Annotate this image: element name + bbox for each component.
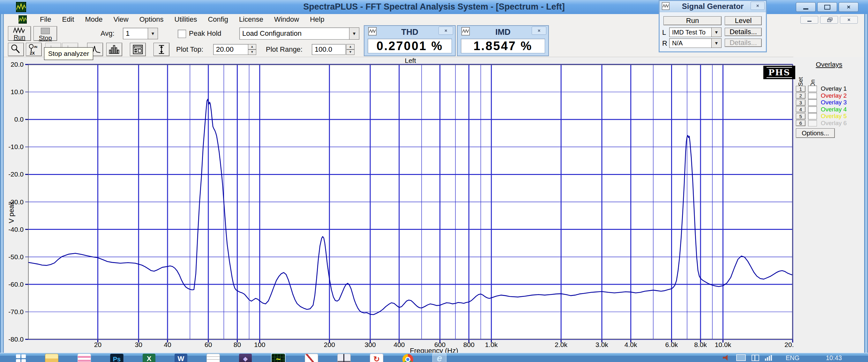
chevron-down-icon[interactable]: ▼ (711, 38, 721, 48)
thd-value: 0.27001 % (368, 39, 452, 53)
stop-analyzer-tooltip: Stop analyzer (44, 47, 93, 60)
bar-display-icon[interactable] (106, 43, 122, 56)
explorer-icon[interactable] (45, 354, 58, 362)
menu-item-mode[interactable]: Mode (80, 15, 108, 23)
menu-item-utilities[interactable]: Utilities (169, 15, 203, 23)
spectrum-plot[interactable] (28, 64, 793, 339)
left-details-button[interactable]: Details... (725, 28, 762, 36)
zoom-in-2x-icon[interactable]: IN2X (26, 43, 42, 56)
sine-icon (13, 27, 26, 34)
menu-item-edit[interactable]: Edit (57, 15, 80, 23)
menu-item-license[interactable]: License (234, 15, 269, 23)
x-tick-100: 100 (254, 341, 265, 349)
overlay-row-3: 3Overlay 3 (793, 99, 865, 105)
overlay-on-checkbox-4[interactable] (808, 106, 817, 113)
y-tick--80.0: -80.0 (8, 335, 24, 343)
left-channel-label: L (662, 28, 666, 37)
svg-text:2X: 2X (30, 51, 35, 55)
photoshop-icon[interactable]: Ps (110, 354, 124, 362)
y-tick-10.0: 10.0 (10, 88, 24, 96)
maximize-button[interactable] (817, 2, 837, 12)
plot-range-spinner[interactable]: ▲▼ (346, 44, 354, 55)
x-tick-20: 20 (94, 341, 101, 349)
y-tick--60.0: -60.0 (8, 280, 24, 288)
overlay-label-4: Overlay 4 (821, 106, 847, 113)
chrome-icon[interactable] (402, 354, 413, 362)
left-signal-combobox[interactable]: IMD Test To▼ (669, 28, 721, 37)
cakewalk-icon[interactable]: ◆ (239, 354, 252, 362)
right-signal-combobox[interactable]: N/A▼ (669, 39, 721, 48)
minimize-button[interactable] (796, 2, 816, 12)
channel-header: Left (28, 57, 793, 64)
notepad-icon[interactable] (207, 354, 220, 362)
menu-item-view[interactable]: View (108, 15, 134, 23)
usb-icon[interactable] (751, 355, 759, 361)
signal-generator-close-button[interactable] (750, 2, 765, 10)
overlay-set-button-5[interactable]: 5 (796, 113, 805, 119)
network-icon[interactable] (765, 355, 772, 361)
plot-top-input[interactable]: 20.00 (213, 44, 248, 55)
overlay-on-checkbox-5[interactable] (808, 113, 817, 119)
overlay-on-checkbox-2[interactable] (808, 93, 817, 99)
imd-close-button[interactable] (532, 27, 546, 35)
menu-item-help[interactable]: Help (304, 15, 330, 23)
x-tick-10.0k: 10.0k (715, 341, 731, 349)
zoom-icon[interactable] (8, 43, 24, 56)
media-player-icon[interactable] (78, 354, 91, 362)
overlay-set-button-1[interactable]: 1 (796, 86, 805, 92)
x-tick-4.0k: 4.0k (624, 341, 637, 349)
overlay-on-checkbox-6[interactable] (808, 120, 817, 126)
start-button[interactable] (0, 354, 26, 362)
overlay-on-checkbox-1[interactable] (808, 86, 817, 92)
menu-item-options[interactable]: Options (134, 15, 169, 23)
generator-run-button[interactable]: Run (663, 16, 721, 25)
clock[interactable]: 10:43 (826, 354, 842, 362)
x-tick-300: 300 (365, 341, 376, 349)
ie-icon[interactable]: e (432, 353, 446, 362)
peak-hold-checkbox[interactable] (178, 30, 186, 38)
signal-generator-titlebar[interactable]: Signal Generator (660, 1, 766, 12)
overlay-on-checkbox-3[interactable] (808, 99, 817, 105)
thd-close-button[interactable] (438, 27, 453, 35)
y-tick-20.0: 20.0 (10, 61, 24, 68)
word-icon[interactable]: W (175, 354, 187, 362)
excel-icon[interactable]: X (143, 354, 155, 362)
avg-label: Avg: (100, 29, 115, 38)
close-button[interactable] (839, 2, 859, 12)
overlay-set-button-6[interactable]: 6 (796, 120, 805, 126)
overlays-options-button[interactable]: Options... (796, 128, 835, 138)
spectraplus-icon[interactable]: ~ (271, 353, 286, 362)
spectraplus-window: SpectraPLUS - FFT Spectral Analysis Syst… (0, 0, 868, 362)
amplitude-scale-icon[interactable] (154, 43, 169, 56)
child-restore-button[interactable] (820, 16, 838, 24)
menu-item-window[interactable]: Window (269, 15, 304, 23)
display-options-icon[interactable] (130, 43, 146, 56)
menu-item-config[interactable]: Config (202, 15, 234, 23)
downloader-icon[interactable]: ↻ (370, 354, 383, 362)
display-icon[interactable] (736, 354, 746, 361)
analyzer-icon[interactable] (305, 354, 318, 362)
configuration-combobox[interactable]: Load Configuration▼ (239, 28, 359, 39)
overlay-set-button-2[interactable]: 2 (796, 93, 805, 99)
child-minimize-button[interactable] (800, 16, 818, 24)
language-indicator[interactable]: ENG (786, 354, 799, 362)
volume-icon[interactable] (723, 355, 731, 361)
plot-top-spinner[interactable]: ▲▼ (248, 44, 256, 55)
plot-range-input[interactable]: 100.0 (312, 44, 346, 55)
menu-item-file[interactable]: File (34, 15, 57, 23)
overlay-set-button-3[interactable]: 3 (796, 99, 805, 105)
overlay-row-4: 4Overlay 4 (793, 106, 865, 113)
plot-top-label: Plot Top: (176, 45, 203, 54)
chevron-down-icon[interactable]: ▼ (711, 27, 721, 37)
overlay-set-button-4[interactable]: 4 (796, 106, 805, 112)
stop-button[interactable]: Stop (33, 26, 57, 41)
oscilloscope-icon[interactable] (337, 354, 351, 362)
document-icon (18, 15, 27, 24)
chevron-down-icon[interactable]: ▼ (148, 28, 158, 39)
generator-level-button[interactable]: Level (725, 16, 762, 25)
signal-generator-title: Signal Generator (660, 2, 766, 11)
run-button[interactable]: Run (8, 26, 31, 41)
child-close-button[interactable] (840, 16, 858, 24)
chevron-down-icon[interactable]: ▼ (349, 27, 359, 39)
avg-combobox[interactable]: 1▼ (123, 28, 158, 39)
